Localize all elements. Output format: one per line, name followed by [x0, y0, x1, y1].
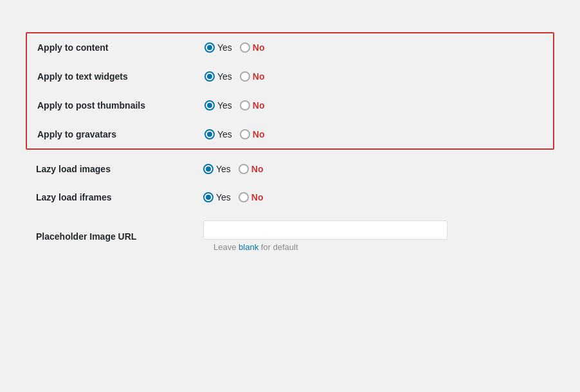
no-radio-lazy-load-iframes[interactable]	[239, 192, 249, 202]
no-label-lazy-load-iframes[interactable]: No	[239, 192, 264, 202]
no-text-lazy-load-images: No	[251, 164, 264, 174]
yes-radio-lazy-load-images[interactable]	[203, 164, 213, 174]
yes-label-lazy-load-iframes[interactable]: Yes	[203, 192, 231, 202]
label-apply-to-post-thumbnails: Apply to post thumbnails	[27, 91, 194, 120]
no-radio-apply-to-text-widgets[interactable]	[240, 71, 250, 82]
controls-lazy-load-iframes: YesNo	[193, 183, 554, 211]
yes-label-apply-to-post-thumbnails[interactable]: Yes	[204, 100, 232, 111]
no-radio-apply-to-post-thumbnails[interactable]	[240, 100, 250, 111]
label-apply-to-text-widgets: Apply to text widgets	[27, 62, 194, 91]
no-text-apply-to-text-widgets: No	[253, 71, 265, 82]
yes-label-lazy-load-images[interactable]: Yes	[203, 164, 231, 174]
placeholder-hint: Leave blank for default	[203, 242, 544, 252]
row-apply-to-content: Apply to contentYesNo	[27, 33, 553, 62]
radio-group-apply-to-text-widgets: YesNo	[204, 71, 543, 82]
row-apply-to-text-widgets: Apply to text widgetsYesNo	[27, 62, 553, 91]
no-radio-lazy-load-images[interactable]	[239, 164, 249, 174]
yes-text-apply-to-text-widgets: Yes	[217, 71, 232, 82]
yes-radio-apply-to-post-thumbnails[interactable]	[204, 100, 215, 111]
yes-radio-lazy-load-iframes[interactable]	[203, 192, 213, 202]
yes-text-lazy-load-iframes: Yes	[216, 192, 231, 202]
yes-text-apply-to-content: Yes	[217, 42, 232, 53]
no-text-apply-to-content: No	[253, 42, 265, 53]
yes-label-apply-to-gravatars[interactable]: Yes	[204, 129, 232, 139]
no-radio-apply-to-gravatars[interactable]	[240, 129, 250, 139]
label-apply-to-content: Apply to content	[27, 33, 194, 62]
controls-apply-to-content: YesNo	[194, 33, 553, 62]
yes-radio-apply-to-gravatars[interactable]	[204, 129, 215, 139]
controls-apply-to-text-widgets: YesNo	[194, 62, 553, 91]
normal-options-table: Lazy load imagesYesNoLazy load iframesYe…	[26, 155, 554, 261]
radio-group-lazy-load-iframes: YesNo	[203, 192, 544, 202]
radio-group-apply-to-content: YesNo	[204, 42, 543, 53]
yes-text-apply-to-post-thumbnails: Yes	[217, 100, 232, 111]
no-text-apply-to-post-thumbnails: No	[253, 100, 265, 111]
highlighted-options-section: Apply to contentYesNoApply to text widge…	[26, 32, 554, 150]
placeholder-row: Placeholder Image URLLeave blank for def…	[26, 211, 554, 261]
no-label-apply-to-text-widgets[interactable]: No	[240, 71, 265, 82]
row-lazy-load-images: Lazy load imagesYesNo	[26, 155, 554, 183]
yes-label-apply-to-content[interactable]: Yes	[204, 42, 232, 53]
controls-lazy-load-images: YesNo	[193, 155, 554, 183]
highlighted-options-table: Apply to contentYesNoApply to text widge…	[27, 33, 553, 148]
radio-group-lazy-load-images: YesNo	[203, 164, 544, 174]
yes-text-apply-to-gravatars: Yes	[217, 129, 232, 139]
yes-text-lazy-load-images: Yes	[216, 164, 231, 174]
placeholder-input-wrapper: Leave blank for default	[203, 220, 544, 252]
no-radio-apply-to-content[interactable]	[240, 42, 250, 53]
row-lazy-load-iframes: Lazy load iframesYesNo	[26, 183, 554, 211]
radio-group-apply-to-gravatars: YesNo	[204, 129, 543, 139]
yes-radio-apply-to-text-widgets[interactable]	[204, 71, 215, 82]
normal-options-section: Lazy load imagesYesNoLazy load iframesYe…	[26, 155, 554, 261]
placeholder-image-url-input[interactable]	[203, 220, 448, 240]
yes-label-apply-to-text-widgets[interactable]: Yes	[204, 71, 232, 82]
blank-link: blank	[239, 242, 258, 252]
no-text-lazy-load-iframes: No	[251, 192, 264, 202]
no-label-apply-to-content[interactable]: No	[240, 42, 265, 53]
label-lazy-load-iframes: Lazy load iframes	[26, 183, 193, 211]
row-apply-to-post-thumbnails: Apply to post thumbnailsYesNo	[27, 91, 553, 120]
controls-apply-to-gravatars: YesNo	[194, 120, 553, 149]
radio-group-apply-to-post-thumbnails: YesNo	[204, 100, 543, 111]
controls-apply-to-post-thumbnails: YesNo	[194, 91, 553, 120]
yes-radio-apply-to-content[interactable]	[204, 42, 215, 53]
row-apply-to-gravatars: Apply to gravatarsYesNo	[27, 120, 553, 149]
no-label-lazy-load-images[interactable]: No	[239, 164, 264, 174]
placeholder-label: Placeholder Image URL	[26, 211, 193, 261]
no-label-apply-to-post-thumbnails[interactable]: No	[240, 100, 265, 111]
label-lazy-load-images: Lazy load images	[26, 155, 193, 183]
placeholder-input-cell: Leave blank for default	[193, 211, 554, 261]
no-label-apply-to-gravatars[interactable]: No	[240, 129, 265, 139]
no-text-apply-to-gravatars: No	[253, 129, 265, 139]
label-apply-to-gravatars: Apply to gravatars	[27, 120, 194, 149]
